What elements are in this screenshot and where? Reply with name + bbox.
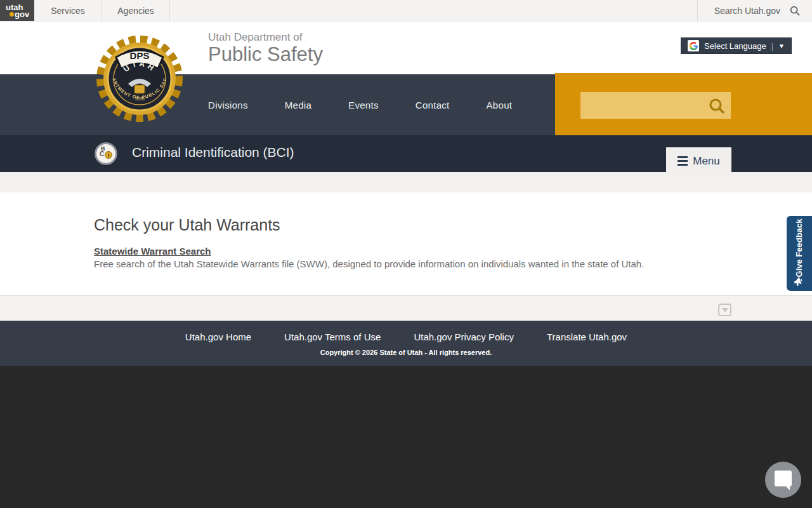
- hamburger-icon: [678, 156, 688, 166]
- footer: Utah.gov Home Utah.gov Terms of Use Utah…: [0, 321, 812, 366]
- dps-seal-logo[interactable]: DPS UTAH DEPARTMENT OF PUBLIC SAFETY 189…: [95, 33, 184, 124]
- bci-letter-i: I: [105, 151, 112, 159]
- seal-banner-text: DPS: [130, 50, 150, 61]
- site-search-submit-button[interactable]: [706, 96, 728, 117]
- utah-gov-logo[interactable]: utah gov: [0, 0, 34, 21]
- bci-seal-monogram: B C I: [98, 146, 114, 161]
- nav-link-divisions[interactable]: Divisions: [208, 100, 248, 110]
- footer-link-translate[interactable]: Translate Utah.gov: [547, 331, 627, 342]
- division-title: Criminal Identification (BCI): [132, 145, 294, 160]
- scroll-down-button[interactable]: [718, 304, 731, 316]
- nav-link-events[interactable]: Events: [348, 100, 379, 110]
- topbar-search-group: Search Utah.gov: [697, 0, 812, 21]
- bci-seal-icon: B C I: [95, 142, 117, 165]
- main-content: Check your Utah Warrants Statewide Warra…: [0, 192, 812, 295]
- page-title: Check your Utah Warrants: [94, 216, 280, 234]
- prefooter-strip: [0, 295, 812, 321]
- nav-link-about[interactable]: About: [487, 100, 513, 110]
- select-language-label: Select Language: [704, 41, 766, 51]
- megaphone-icon: [793, 274, 806, 287]
- copyright-text: Copyright © 2026 State of Utah - All rig…: [0, 349, 812, 356]
- department-title-line1: Utah Department of: [208, 31, 323, 44]
- statewide-warrant-search-link[interactable]: Statewide Warrant Search: [94, 246, 211, 257]
- topbar-item-agencies[interactable]: Agencies: [102, 0, 170, 21]
- bci-letter-c: C: [100, 150, 104, 157]
- footer-link-home[interactable]: Utah.gov Home: [185, 331, 251, 342]
- footer-link-terms[interactable]: Utah.gov Terms of Use: [284, 331, 381, 342]
- bottom-dark-area: [0, 366, 812, 508]
- utah-gov-logo-line2: gov: [6, 11, 34, 18]
- topbar-item-label: Services: [51, 6, 85, 16]
- search-utah-gov-label: Search Utah.gov: [714, 6, 780, 16]
- search-icon[interactable]: [789, 5, 801, 17]
- chat-bubble-tail: [784, 485, 790, 490]
- topbar-item-services[interactable]: Services: [34, 0, 102, 21]
- give-feedback-tab[interactable]: Give Feedback: [787, 216, 812, 291]
- give-feedback-label: Give Feedback: [795, 218, 804, 277]
- chat-widget-button[interactable]: [765, 462, 801, 498]
- magnifier-icon: [707, 97, 726, 116]
- divider: |: [771, 41, 773, 51]
- utah-gov-utility-bar: utah gov Services Agencies Search Utah.g…: [0, 0, 812, 22]
- footer-links: Utah.gov Home Utah.gov Terms of Use Utah…: [0, 331, 812, 342]
- gold-dot-icon: [10, 12, 14, 17]
- chevron-down-icon: ▼: [778, 43, 785, 50]
- menu-button[interactable]: Menu: [666, 147, 731, 175]
- nav-link-media[interactable]: Media: [285, 100, 311, 110]
- menu-button-label: Menu: [693, 155, 720, 168]
- site-search-zone: [555, 73, 812, 135]
- warrant-search-description: Free search of the Utah Statewide Warran…: [94, 258, 644, 269]
- department-title-line2: Public Safety: [208, 44, 323, 65]
- page-top-band: [0, 172, 812, 192]
- footer-link-privacy[interactable]: Utah.gov Privacy Policy: [414, 331, 514, 342]
- main-nav-links: Divisions Media Events Contact About: [208, 74, 512, 135]
- give-feedback-label-wrap: Give Feedback: [787, 221, 812, 274]
- select-language-button[interactable]: Select Language | ▼: [681, 37, 792, 54]
- page: utah gov Services Agencies Search Utah.g…: [0, 0, 812, 508]
- seal-year-text: 1896: [134, 97, 145, 101]
- google-g-icon: [688, 40, 699, 51]
- nav-link-contact[interactable]: Contact: [416, 100, 450, 110]
- topbar-item-label: Agencies: [117, 6, 154, 16]
- triangle-down-icon: [722, 308, 728, 312]
- department-title: Utah Department of Public Safety: [208, 31, 323, 65]
